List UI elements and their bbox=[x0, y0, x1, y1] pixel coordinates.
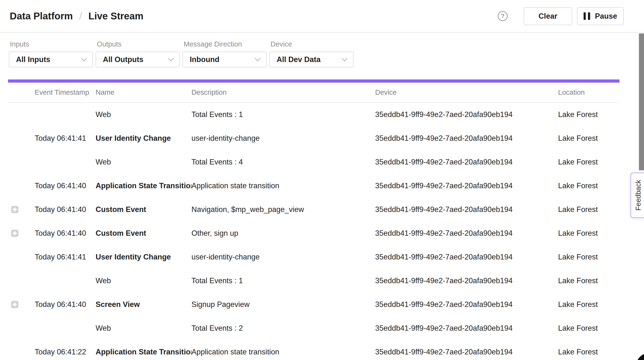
row-device: 35eddb41-9ff9-49e2-7aed-20afa90eb194 bbox=[375, 158, 558, 167]
table-row: Today 06:41:40 Application State Transit… bbox=[8, 174, 620, 198]
header-actions: ? Clear Pause bbox=[498, 7, 624, 25]
chat-bubble-button[interactable] bbox=[636, 353, 644, 360]
row-expand-cell bbox=[8, 182, 35, 189]
plus-icon bbox=[11, 230, 18, 237]
row-name: Web bbox=[96, 324, 192, 333]
plus-icon bbox=[11, 206, 18, 213]
row-device: 35eddb41-9ff9-49e2-7aed-20afa90eb194 bbox=[375, 110, 558, 119]
row-expand-cell bbox=[8, 230, 35, 237]
table-row: Web Total Events : 2 35eddb41-9ff9-49e2-… bbox=[8, 316, 620, 340]
row-description: Total Events : 4 bbox=[192, 158, 375, 167]
row-expand-cell bbox=[8, 159, 35, 166]
table-row: Web Total Events : 1 35eddb41-9ff9-49e2-… bbox=[8, 269, 620, 293]
row-device: 35eddb41-9ff9-49e2-7aed-20afa90eb194 bbox=[375, 253, 558, 261]
feedback-tab-label: Feedback bbox=[634, 180, 642, 210]
feedback-tab[interactable]: Feedback bbox=[630, 173, 644, 218]
breadcrumb-separator-icon: / bbox=[79, 10, 82, 22]
table-row: Today 06:41:41 User Identity Change user… bbox=[8, 127, 620, 150]
row-device: 35eddb41-9ff9-49e2-7aed-20afa90eb194 bbox=[375, 205, 558, 214]
row-timestamp: Today 06:41:41 bbox=[35, 253, 96, 261]
row-device: 35eddb41-9ff9-49e2-7aed-20afa90eb194 bbox=[375, 300, 558, 309]
column-location: Location bbox=[558, 88, 620, 96]
chevron-down-icon bbox=[168, 58, 174, 61]
row-expand-cell bbox=[8, 206, 35, 213]
row-expand-cell bbox=[8, 348, 35, 356]
table-row: Today 06:41:40 Screen View Signup Pagevi… bbox=[8, 293, 620, 316]
row-name: Custom Event bbox=[96, 205, 192, 214]
row-description: Application state transition bbox=[192, 348, 375, 356]
clear-button[interactable]: Clear bbox=[524, 7, 572, 25]
clear-button-label: Clear bbox=[538, 12, 557, 20]
table-row: Web Total Events : 1 35eddb41-9ff9-49e2-… bbox=[8, 103, 620, 127]
row-description: Signup Pageview bbox=[192, 300, 375, 309]
row-location: Lake Forest bbox=[558, 110, 620, 119]
vertical-scrollbar[interactable] bbox=[639, 33, 644, 170]
column-name: Name bbox=[96, 88, 192, 96]
row-timestamp: Today 06:41:40 bbox=[35, 205, 96, 214]
row-location: Lake Forest bbox=[558, 276, 620, 285]
filter-inputs-value: All Inputs bbox=[16, 55, 50, 64]
breadcrumb: Data Platform / Live Stream bbox=[10, 10, 144, 22]
filter-message-direction: Message Direction Inbound bbox=[182, 33, 267, 67]
row-name: Screen View bbox=[96, 300, 192, 309]
table-row: Today 06:41:40 Custom Event Navigation, … bbox=[8, 198, 620, 221]
row-name: User Identity Change bbox=[96, 253, 192, 261]
expand-button[interactable] bbox=[11, 301, 18, 308]
page-title: Live Stream bbox=[88, 11, 144, 21]
filter-bar: Inputs All Inputs Outputs All Outputs Me… bbox=[9, 33, 356, 67]
filter-message-direction-value: Inbound bbox=[190, 55, 219, 64]
breadcrumb-section[interactable]: Data Platform bbox=[10, 11, 73, 21]
pause-button-label: Pause bbox=[595, 12, 617, 20]
chevron-down-icon bbox=[81, 58, 87, 61]
filter-device-select[interactable]: All Dev Data bbox=[269, 52, 354, 67]
column-event-timestamp: Event Timestamp bbox=[35, 88, 96, 96]
table-row: Today 06:41:41 User Identity Change user… bbox=[8, 245, 620, 269]
filter-inputs-select[interactable]: All Inputs bbox=[9, 52, 93, 67]
row-expand-cell bbox=[8, 135, 35, 142]
filter-inputs-label: Inputs bbox=[10, 40, 93, 48]
filter-message-direction-select[interactable]: Inbound bbox=[182, 52, 267, 67]
row-description: Total Events : 1 bbox=[192, 276, 375, 285]
row-expand-cell bbox=[8, 325, 35, 332]
column-device: Device bbox=[375, 88, 558, 96]
event-table-header: Event Timestamp Name Description Device … bbox=[8, 83, 620, 103]
row-timestamp: Today 06:41:40 bbox=[35, 229, 96, 238]
filter-device: Device All Dev Data bbox=[269, 33, 354, 67]
row-name: Web bbox=[96, 110, 192, 119]
row-description: Application state transition bbox=[192, 181, 375, 190]
row-location: Lake Forest bbox=[558, 300, 620, 309]
row-expand-cell bbox=[8, 301, 35, 308]
row-name: Custom Event bbox=[96, 229, 192, 238]
pause-button[interactable]: Pause bbox=[577, 7, 624, 25]
row-description: Other, sign up bbox=[192, 229, 375, 238]
row-description: Total Events : 2 bbox=[192, 324, 375, 333]
page-header: Data Platform / Live Stream ? Clear Paus… bbox=[0, 0, 644, 33]
row-location: Lake Forest bbox=[558, 253, 620, 261]
pause-icon bbox=[584, 12, 590, 20]
row-timestamp: Today 06:41:40 bbox=[35, 181, 96, 190]
help-icon[interactable]: ? bbox=[498, 11, 508, 21]
expand-button[interactable] bbox=[11, 230, 18, 237]
filter-device-label: Device bbox=[270, 40, 354, 48]
plus-icon bbox=[11, 301, 18, 308]
filter-outputs-select[interactable]: All Outputs bbox=[96, 52, 180, 67]
chevron-down-icon bbox=[342, 58, 348, 61]
row-description: Total Events : 1 bbox=[192, 110, 375, 119]
row-description: user-identity-change bbox=[192, 253, 375, 261]
row-name: Web bbox=[96, 276, 192, 285]
row-expand-cell bbox=[8, 277, 35, 284]
event-table-body: Web Total Events : 1 35eddb41-9ff9-49e2-… bbox=[8, 103, 620, 360]
row-device: 35eddb41-9ff9-49e2-7aed-20afa90eb194 bbox=[375, 181, 558, 190]
row-description: user-identity-change bbox=[192, 134, 375, 143]
row-name: Application State Transition bbox=[96, 181, 192, 190]
expand-button[interactable] bbox=[11, 206, 18, 213]
row-expand-cell bbox=[8, 253, 35, 261]
table-row: Web Total Events : 4 35eddb41-9ff9-49e2-… bbox=[8, 150, 620, 174]
row-location: Lake Forest bbox=[558, 205, 620, 214]
row-name: Web bbox=[96, 158, 192, 167]
row-name: Application State Transition bbox=[96, 348, 192, 356]
help-glyph: ? bbox=[501, 12, 505, 20]
row-timestamp: Today 06:41:22 bbox=[35, 348, 96, 356]
row-location: Lake Forest bbox=[558, 134, 620, 143]
chevron-down-icon bbox=[254, 58, 261, 61]
